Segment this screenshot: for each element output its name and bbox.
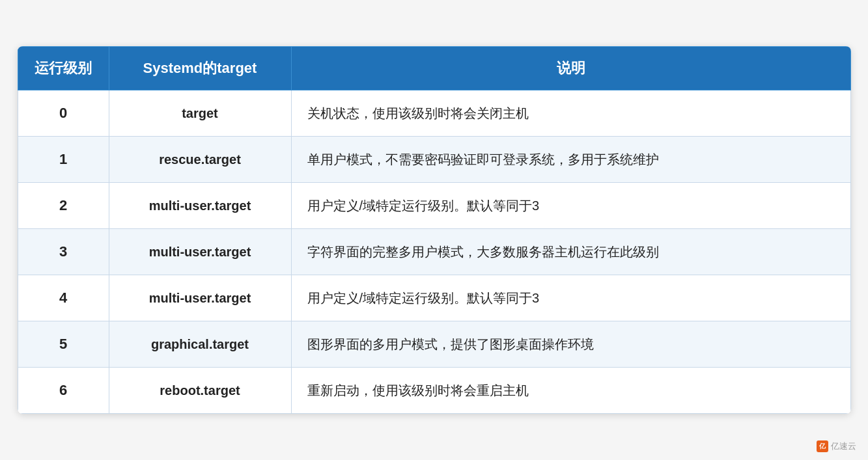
cell-description: 重新启动，使用该级别时将会重启主机 (291, 368, 850, 414)
cell-target: rescue.target (109, 137, 291, 183)
col-target-header: Systemd的target (109, 47, 291, 90)
table-row: 1rescue.target单用户模式，不需要密码验证即可登录系统，多用于系统维… (18, 137, 850, 183)
table-row: 6reboot.target重新启动，使用该级别时将会重启主机 (18, 368, 850, 414)
cell-level: 0 (18, 90, 109, 137)
cell-level: 2 (18, 183, 109, 229)
table-row: 5graphical.target图形界面的多用户模式，提供了图形桌面操作环境 (18, 321, 850, 368)
main-table-wrapper: 运行级别 Systemd的target 说明 0target关机状态，使用该级别… (18, 46, 851, 414)
cell-target: multi-user.target (109, 183, 291, 229)
watermark-logo: 亿 (817, 440, 828, 452)
cell-description: 图形界面的多用户模式，提供了图形桌面操作环境 (291, 321, 850, 368)
cell-description: 字符界面的完整多用户模式，大多数服务器主机运行在此级别 (291, 229, 850, 275)
table-header-row: 运行级别 Systemd的target 说明 (18, 47, 850, 90)
cell-target: graphical.target (109, 321, 291, 368)
cell-level: 3 (18, 229, 109, 275)
cell-target: target (109, 90, 291, 137)
col-level-header: 运行级别 (18, 47, 109, 90)
watermark-text: 亿速云 (831, 440, 856, 452)
table-row: 3multi-user.target字符界面的完整多用户模式，大多数服务器主机运… (18, 229, 850, 275)
table-row: 0target关机状态，使用该级别时将会关闭主机 (18, 90, 850, 137)
cell-description: 用户定义/域特定运行级别。默认等同于3 (291, 183, 850, 229)
cell-level: 1 (18, 137, 109, 183)
table-row: 2multi-user.target用户定义/域特定运行级别。默认等同于3 (18, 183, 850, 229)
col-desc-header: 说明 (291, 47, 850, 90)
cell-description: 关机状态，使用该级别时将会关闭主机 (291, 90, 850, 137)
cell-target: multi-user.target (109, 229, 291, 275)
cell-level: 6 (18, 368, 109, 414)
table-row: 4multi-user.target用户定义/域特定运行级别。默认等同于3 (18, 275, 850, 321)
watermark: 亿 亿速云 (817, 440, 856, 452)
systemd-table: 运行级别 Systemd的target 说明 0target关机状态，使用该级别… (18, 46, 851, 414)
cell-level: 5 (18, 321, 109, 368)
cell-target: reboot.target (109, 368, 291, 414)
cell-description: 单用户模式，不需要密码验证即可登录系统，多用于系统维护 (291, 137, 850, 183)
cell-target: multi-user.target (109, 275, 291, 321)
cell-description: 用户定义/域特定运行级别。默认等同于3 (291, 275, 850, 321)
cell-level: 4 (18, 275, 109, 321)
